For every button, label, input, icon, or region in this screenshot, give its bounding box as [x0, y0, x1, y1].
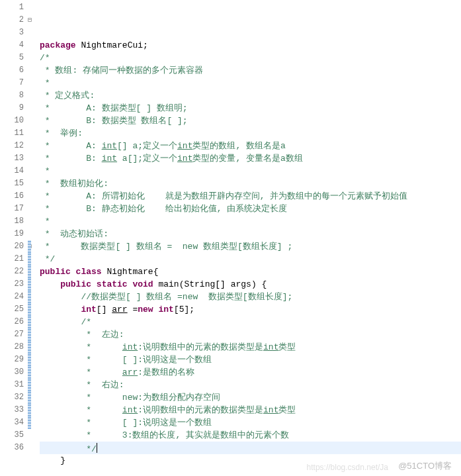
code-line[interactable]: * 数组: 存储同一种数据的多个元素容器: [40, 64, 461, 77]
code-line[interactable]: package NightmareCui;: [40, 39, 461, 52]
code-line[interactable]: * 3:数组的长度, 其实就是数组中的元素个数: [40, 429, 461, 442]
code-token: arr: [122, 367, 138, 377]
code-line[interactable]: /*: [40, 52, 461, 64]
code-line[interactable]: * A: 所谓初始化 就是为数组开辟内存空间, 并为数组中的每一个元素赋予初始值: [40, 190, 461, 203]
code-line[interactable]: * A: int[] a;定义一个int类型的数组, 数组名是a: [40, 140, 461, 152]
code-token: *: [81, 342, 122, 352]
line-number: 20⊟: [0, 240, 24, 253]
line-number: 25: [0, 303, 24, 316]
code-token: 类型的变量, 变量名是a数组: [192, 154, 302, 164]
code-token: * A: 数据类型[ ] 数组明;: [40, 103, 188, 113]
change-marker: [28, 316, 31, 328]
code-line[interactable]: *: [40, 77, 461, 89]
code-line[interactable]: * B: 数据类型 数组名[ ];: [40, 115, 461, 127]
line-number: 35: [0, 429, 24, 442]
line-number: 18: [0, 215, 24, 228]
watermark-secondary: https://blog.csdn.net/Ja: [307, 463, 388, 472]
code-line[interactable]: * 右边:: [40, 379, 461, 391]
code-token: int: [122, 405, 138, 415]
code-line[interactable]: */: [40, 253, 461, 265]
code-line[interactable]: * B: 静态初始化 给出初始化值, 由系统决定长度: [40, 203, 461, 215]
code-token: int: [263, 405, 278, 415]
line-number: 16: [0, 190, 24, 203]
code-token: main(String[] args) {: [158, 279, 267, 289]
change-marker: [28, 240, 31, 253]
change-marker: [28, 416, 31, 429]
line-number: 28: [0, 341, 24, 354]
code-token: a[];定义一个: [117, 154, 177, 164]
code-line[interactable]: public class Nightmare{: [40, 265, 461, 278]
code-token: * 数组: 存储同一种数据的多个元素容器: [40, 66, 203, 75]
code-token: int: [177, 141, 192, 151]
code-token: =: [128, 305, 138, 314]
code-line[interactable]: * int:说明数组中的元素的数据类型是int类型: [40, 404, 461, 416]
code-area[interactable]: package NightmareCui;/* * 数组: 存储同一种数据的多个…: [28, 0, 461, 476]
code-token: *: [81, 367, 122, 377]
change-marker: [28, 278, 31, 291]
line-number: 19: [0, 228, 24, 240]
change-marker-column: [28, 1, 31, 476]
code-token: arr: [112, 305, 127, 314]
code-token: * 左边:: [81, 330, 124, 340]
code-line[interactable]: * A: 数据类型[ ] 数组明;: [40, 102, 461, 115]
change-marker: [28, 265, 31, 278]
code-line[interactable]: * [ ]:说明这是一个数组: [40, 354, 461, 366]
code-line[interactable]: //数据类型[ ] 数组名 =new 数据类型[数组长度];: [40, 291, 461, 303]
code-token: int: [81, 305, 96, 314]
line-number: 2⊟: [0, 14, 24, 26]
code-token: int: [177, 154, 192, 164]
code-line[interactable]: * 定义格式:: [40, 89, 461, 102]
code-line[interactable]: *: [40, 165, 461, 177]
code-token: * 定义格式:: [40, 91, 95, 101]
code-token: *: [81, 405, 122, 415]
code-token: []: [97, 305, 112, 314]
code-line[interactable]: * B: int a[];定义一个int类型的变量, 变量名是a数组: [40, 152, 461, 165]
code-line[interactable]: *: [40, 215, 461, 228]
line-number: 31: [0, 379, 24, 391]
change-marker: [28, 354, 31, 366]
line-number: 1: [0, 1, 24, 14]
code-token: * [ ]:说明这是一个数组: [81, 418, 212, 428]
change-marker: [28, 341, 31, 354]
code-token: */: [81, 444, 96, 454]
code-token: [5];: [174, 305, 194, 314]
code-token: int: [102, 154, 117, 164]
code-token: //数据类型[ ] 数组名 =new 数据类型[数组长度];: [81, 292, 292, 302]
code-token: * 3:数组的长度, 其实就是数组中的元素个数: [81, 430, 289, 440]
code-line[interactable]: * 左边:: [40, 328, 461, 341]
line-number: 9: [0, 102, 24, 115]
code-token: 类型: [278, 342, 296, 352]
code-line[interactable]: * 数组初始化:: [40, 177, 461, 190]
line-number: 15: [0, 177, 24, 190]
code-line[interactable]: * 举例:: [40, 127, 461, 140]
code-token: }: [60, 455, 65, 465]
code-token: int: [102, 141, 117, 151]
code-token: public static void: [60, 279, 158, 289]
change-marker: [28, 366, 31, 379]
code-token: * 动态初始话:: [40, 229, 108, 239]
line-number: 3: [0, 26, 24, 39]
code-token: * 举例:: [40, 128, 83, 138]
code-token: * A: 所谓初始化 就是为数组开辟内存空间, 并为数组中的每一个元素赋予初始值: [40, 191, 407, 201]
code-line[interactable]: * 数据类型[ ] 数组名 = new 数组类型[数组长度] ;: [40, 240, 461, 253]
code-token: * A:: [40, 141, 102, 151]
code-line[interactable]: * 动态初始话:: [40, 228, 461, 240]
line-number: 11: [0, 127, 24, 140]
line-number: 14: [0, 165, 24, 177]
code-line[interactable]: public static void main(String[] args) {: [40, 278, 461, 291]
code-line[interactable]: * [ ]:说明这是一个数组: [40, 416, 461, 429]
code-token: :是数组的名称: [138, 367, 194, 377]
change-marker: [28, 291, 31, 303]
change-marker: [28, 379, 31, 391]
code-line[interactable]: int[] arr =new int[5];: [40, 303, 461, 316]
code-line[interactable]: */: [40, 442, 461, 454]
change-marker: [28, 253, 31, 265]
code-token: int: [263, 342, 278, 352]
line-number: 26: [0, 316, 24, 328]
code-line[interactable]: /*: [40, 316, 461, 328]
line-number: 5: [0, 52, 24, 64]
code-line[interactable]: * new:为数组分配内存空间: [40, 391, 461, 404]
code-line[interactable]: * arr:是数组的名称: [40, 366, 461, 379]
code-editor[interactable]: 12⊟34567891011121314151617181920⊟2122232…: [0, 0, 461, 476]
code-line[interactable]: * int:说明数组中的元素的数据类型是int类型: [40, 341, 461, 354]
